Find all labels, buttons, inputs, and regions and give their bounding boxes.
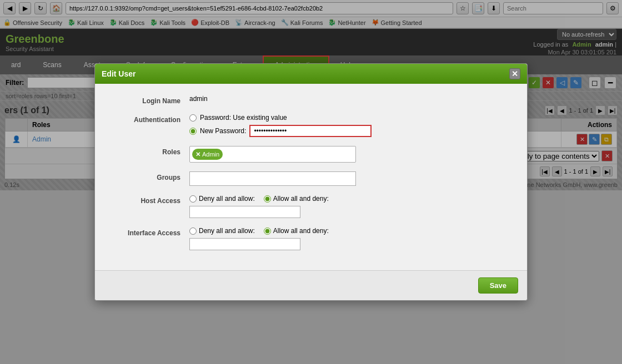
save-button[interactable]: Save — [478, 277, 518, 294]
interface-access-control: Deny all and allow: Allow all and deny: — [189, 227, 510, 250]
groups-control — [189, 171, 510, 186]
password-field-group: New Password: — [200, 125, 372, 137]
authentication-row: Authentication Password: Use existing va… — [112, 114, 510, 137]
interface-deny-label: Deny all and allow: — [199, 227, 255, 235]
tag-label: Admin — [202, 151, 219, 158]
roles-row: Roles ✕ Admin — [112, 146, 510, 163]
authentication-control: Password: Use existing value New Passwor… — [189, 114, 510, 137]
radio-existing-label: Password: Use existing value — [200, 114, 287, 122]
modal-body: Login Name admin Authentication Password… — [95, 84, 527, 270]
radio-new-row: New Password: — [189, 125, 510, 137]
edit-user-modal: Edit User ✕ Login Name admin Authenticat… — [94, 63, 528, 301]
interface-allow-radio[interactable] — [264, 228, 271, 235]
modal-header: Edit User ✕ — [95, 64, 527, 84]
groups-input[interactable] — [189, 171, 356, 186]
login-name-label: Login Name — [112, 95, 189, 105]
roles-box: ✕ Admin — [189, 146, 356, 163]
roles-control: ✕ Admin — [189, 146, 510, 163]
host-access-control: Deny all and allow: Allow all and deny: — [189, 195, 510, 218]
host-deny-radio[interactable] — [189, 195, 197, 203]
interface-access-row: Interface Access Deny all and allow: All… — [112, 227, 510, 250]
modal-overlay: Edit User ✕ Login Name admin Authenticat… — [0, 0, 622, 364]
host-deny-label: Deny all and allow: — [199, 195, 255, 203]
role-tag-admin: ✕ Admin — [192, 149, 223, 160]
groups-label: Groups — [112, 171, 189, 181]
radio-existing-row: Password: Use existing value — [189, 114, 510, 122]
modal-footer: Save — [95, 270, 527, 300]
interface-access-input[interactable] — [189, 238, 300, 250]
host-allow-label: Allow all and deny: — [273, 195, 329, 203]
host-allow-radio[interactable] — [264, 195, 271, 203]
interface-deny-radio[interactable] — [189, 228, 197, 235]
auth-radio-group: Password: Use existing value New Passwor… — [189, 114, 510, 137]
login-name-text: admin — [189, 93, 208, 103]
modal-title: Edit User — [102, 69, 136, 78]
host-access-options: Deny all and allow: Allow all and deny: — [189, 195, 510, 203]
host-access-input[interactable] — [189, 206, 300, 218]
login-name-row: Login Name admin — [112, 95, 510, 105]
radio-new[interactable] — [189, 128, 197, 135]
modal-close-button[interactable]: ✕ — [509, 68, 520, 79]
interface-allow-label: Allow all and deny: — [273, 227, 329, 235]
host-access-row: Host Access Deny all and allow: Allow al… — [112, 195, 510, 218]
host-access-label: Host Access — [112, 195, 189, 205]
roles-label: Roles — [112, 146, 189, 156]
password-input[interactable] — [249, 125, 372, 137]
groups-row: Groups — [112, 171, 510, 186]
interface-access-options: Deny all and allow: Allow all and deny: — [189, 227, 510, 235]
authentication-label: Authentication — [112, 114, 189, 124]
radio-existing[interactable] — [189, 114, 197, 122]
login-name-value: admin — [189, 95, 510, 103]
new-password-label: New Password: — [200, 127, 246, 135]
tag-remove-icon[interactable]: ✕ — [195, 151, 200, 158]
interface-access-label: Interface Access — [112, 227, 189, 237]
